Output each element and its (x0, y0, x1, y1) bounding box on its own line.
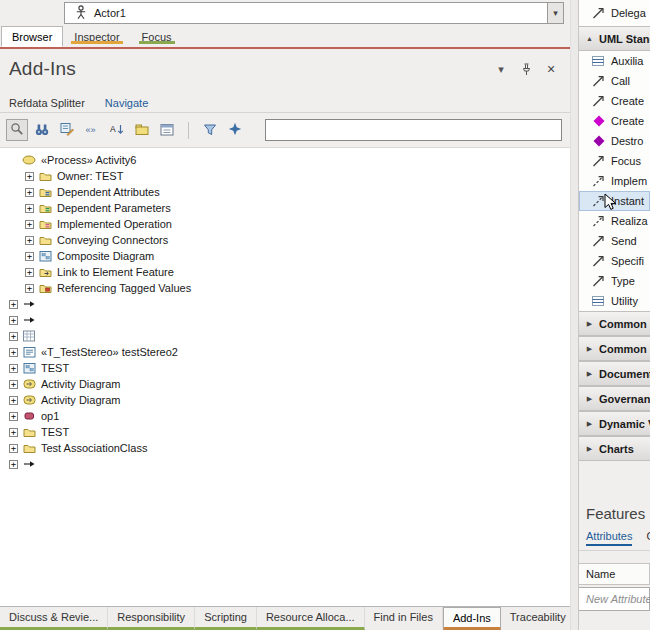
new-attribute-input[interactable]: New Attribute... (579, 587, 650, 611)
toolbox-group-charts[interactable]: ▶Charts (579, 436, 650, 461)
element-combobox-row: Actor1 ▾ (0, 0, 570, 26)
combobox-dropdown-button[interactable]: ▾ (547, 2, 564, 24)
tree-item-link-to-element-feature[interactable]: +Link to Element Feature (3, 264, 570, 280)
expand-icon: ▶ (585, 320, 594, 328)
toolbox-item-label: Utility (611, 295, 638, 307)
subtab-navigate[interactable]: Navigate (105, 97, 148, 109)
tab-focus[interactable]: Focus (131, 26, 183, 47)
sort-button[interactable]: A (106, 119, 128, 141)
toolbox-item-label: Focus (611, 155, 641, 167)
toolbox-item-auxilia[interactable]: Auxilia (579, 51, 650, 71)
expand-toggle[interactable]: + (25, 268, 34, 277)
expand-toggle[interactable]: + (9, 380, 18, 389)
expand-toggle[interactable]: + (9, 316, 18, 325)
tree-item-referencing-tagged-values[interactable]: +Referencing Tagged Values (3, 280, 570, 296)
tree-item[interactable]: + (3, 328, 570, 344)
close-icon[interactable]: × (542, 60, 560, 78)
tree-item-dependent-attributes[interactable]: +Dependent Attributes (3, 184, 570, 200)
toolbox-group-uml-stand[interactable]: ▲UML Stand (579, 26, 650, 51)
expand-toggle[interactable]: + (25, 220, 34, 229)
navigate-filter-input[interactable] (265, 119, 562, 141)
expand-toggle[interactable]: + (25, 252, 34, 261)
toolbox-item-implem[interactable]: Implem (579, 171, 650, 191)
toolbox-item-focus[interactable]: Focus (579, 151, 650, 171)
toolbox-item-type[interactable]: Type (579, 271, 650, 291)
name-column-header[interactable]: Name (579, 563, 650, 585)
bottom-tab-add-ins[interactable]: Add-Ins (443, 607, 501, 630)
expand-toggle[interactable]: + (25, 188, 34, 197)
toolbox-item-specifi[interactable]: Specifi (579, 251, 650, 271)
toolbox-group-dynamic-v[interactable]: ▶Dynamic V (579, 411, 650, 436)
tree-item-dependent-parameters[interactable]: +Dependent Parameters (3, 200, 570, 216)
tab-inspector[interactable]: Inspector (63, 26, 130, 47)
tree-item-activity-diagram[interactable]: +Activity Diagram (3, 392, 570, 408)
zoom-button[interactable] (6, 119, 28, 141)
compass-button[interactable] (224, 119, 246, 141)
toolbox-item-realiza[interactable]: Realiza (579, 211, 650, 231)
subtab-refdata-splitter[interactable]: Refdata Splitter (9, 97, 85, 109)
diagram-usage-button[interactable] (56, 119, 78, 141)
bottom-tab-scripting[interactable]: Scripting (195, 607, 257, 630)
toolbox-item-send[interactable]: Send (579, 231, 650, 251)
toolbox-item-destro[interactable]: Destro (579, 131, 650, 151)
folder-operations-icon (38, 218, 52, 230)
toolbox-group-common-r[interactable]: ▶Common R (579, 336, 650, 361)
toolbox-item-call[interactable]: Call (579, 71, 650, 91)
bottom-tab-resource-alloca[interactable]: Resource Alloca... (257, 607, 365, 630)
expand-toggle[interactable]: + (9, 348, 18, 357)
tree-item-op1[interactable]: +op1 (3, 408, 570, 424)
expand-toggle[interactable]: + (9, 300, 18, 309)
expand-toggle[interactable]: + (25, 236, 34, 245)
window-menu-icon[interactable]: ▾ (492, 60, 510, 78)
tree-item-test[interactable]: +TEST (3, 424, 570, 440)
bottom-tab-traceability[interactable]: Traceability (501, 607, 570, 630)
panel-splitter[interactable] (570, 0, 578, 630)
expand-toggle[interactable]: + (9, 444, 18, 453)
toolbox-item-utility[interactable]: Utility (579, 291, 650, 311)
tree-item-implemented-operation[interactable]: +Implemented Operation (3, 216, 570, 232)
stereotype-button[interactable]: «» (81, 119, 103, 141)
toolbox-item-create[interactable]: Create (579, 91, 650, 111)
bottom-tab-discuss-revie[interactable]: Discuss & Revie... (0, 607, 108, 630)
features-tab-strip: AttributesO (579, 530, 650, 551)
expand-toggle[interactable]: + (9, 332, 18, 341)
toolbox-item-delega[interactable]: Delega (579, 0, 650, 26)
element-selector[interactable]: Actor1 (64, 2, 547, 24)
tree-item-process-activity6[interactable]: «Process» Activity6 (3, 152, 570, 168)
tree-item-test-associationclass[interactable]: +Test AssociationClass (3, 440, 570, 456)
expand-toggle[interactable]: + (9, 396, 18, 405)
expand-toggle[interactable]: + (25, 204, 34, 213)
arrow-icon (22, 458, 36, 470)
toolbox-item-instant[interactable]: Instant (579, 191, 650, 211)
features-tab-o[interactable]: O (646, 530, 650, 546)
tree-item-test[interactable]: +TEST (3, 360, 570, 376)
bottom-tab-responsibility[interactable]: Responsibility (108, 607, 195, 630)
tree-item-composite-diagram[interactable]: +Composite Diagram (3, 248, 570, 264)
package-button[interactable] (131, 119, 153, 141)
toolbox-group-governanc[interactable]: ▶Governanc (579, 386, 650, 411)
calendar-button[interactable] (156, 119, 178, 141)
tree-item[interactable]: + (3, 456, 570, 472)
binoculars-button[interactable] (31, 119, 53, 141)
toolbox-item-create[interactable]: Create (579, 111, 650, 131)
tab-browser[interactable]: Browser (1, 26, 63, 47)
expand-toggle[interactable]: + (9, 460, 18, 469)
toolbox-group-documents[interactable]: ▶Documents (579, 361, 650, 386)
bottom-tab-find-in-files[interactable]: Find in Files (365, 607, 443, 630)
filter-button[interactable] (199, 119, 221, 141)
pin-icon[interactable] (517, 60, 535, 78)
expand-toggle[interactable]: + (9, 364, 18, 373)
tree-item-t-teststereo-teststereo2[interactable]: +«T_TestStereo» testStereo2 (3, 344, 570, 360)
features-tab-attributes[interactable]: Attributes (586, 530, 632, 546)
tree-item[interactable]: + (3, 312, 570, 328)
expand-toggle[interactable]: + (25, 284, 34, 293)
enterprise-architect-window: Actor1 ▾ BrowserInspectorFocus Add-Ins ▾… (0, 0, 650, 630)
expand-toggle[interactable]: + (9, 428, 18, 437)
tree-item-activity-diagram[interactable]: +Activity Diagram (3, 376, 570, 392)
tree-item-conveying-connectors[interactable]: +Conveying Connectors (3, 232, 570, 248)
expand-toggle[interactable]: + (9, 412, 18, 421)
toolbox-group-common-e[interactable]: ▶Common E (579, 311, 650, 336)
tree-item-owner-test[interactable]: +Owner: TEST (3, 168, 570, 184)
tree-item[interactable]: + (3, 296, 570, 312)
expand-toggle[interactable]: + (25, 172, 34, 181)
